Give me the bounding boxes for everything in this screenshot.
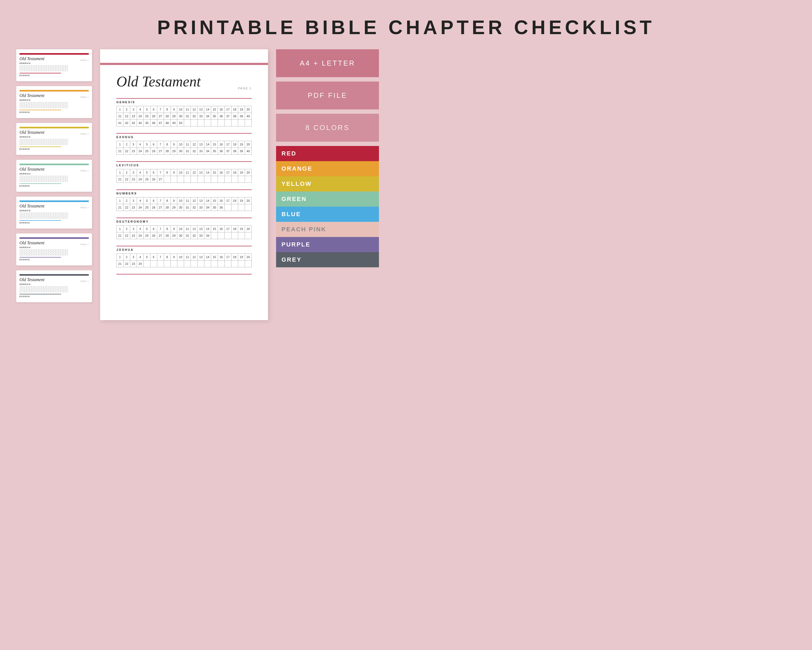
table-cell: 11 bbox=[184, 106, 191, 113]
right-sidebar: A4 + LETTER PDF FILE 8 COLORS REDORANGEY… bbox=[276, 49, 379, 267]
table-cell: 9 bbox=[171, 169, 177, 176]
table-row: 1234567891011121314151617181920 bbox=[117, 226, 252, 232]
table-cell: 2 bbox=[123, 226, 130, 232]
table-cell: 10 bbox=[177, 106, 184, 113]
table-cell: 6 bbox=[150, 226, 157, 232]
table-cell: 40 bbox=[245, 148, 252, 154]
color-swatch-label: PEACH PINK bbox=[281, 226, 327, 233]
table-cell: 25 bbox=[143, 232, 150, 239]
table-cell: 1 bbox=[117, 169, 124, 176]
table-cell: 27 bbox=[157, 176, 164, 183]
thumbnail-card-orange: Old TestamentPAGE 1GENESISEXODUS bbox=[16, 86, 92, 118]
book-section-exodus: EXODUS1234567891011121314151617181920212… bbox=[116, 133, 252, 154]
table-cell: 18 bbox=[231, 254, 238, 260]
table-cell: 30 bbox=[177, 204, 184, 211]
table-cell: 12 bbox=[191, 254, 198, 260]
table-cell: 3 bbox=[130, 226, 137, 232]
table-cell bbox=[218, 232, 224, 239]
table-cell: 31 bbox=[184, 113, 191, 120]
table-cell: 14 bbox=[205, 226, 211, 232]
book-accent-line bbox=[116, 161, 252, 162]
table-cell: 2 bbox=[123, 141, 130, 148]
thumb-grid bbox=[20, 65, 89, 71]
table-cell: 32 bbox=[191, 113, 198, 120]
table-cell: 20 bbox=[245, 141, 252, 148]
table-cell: 16 bbox=[218, 169, 224, 176]
table-cell bbox=[177, 260, 184, 267]
color-swatch-red: RED bbox=[276, 146, 379, 161]
table-cell: 30 bbox=[177, 148, 184, 154]
table-cell: 2 bbox=[123, 197, 130, 204]
thumb-page-label: PAGE 1 bbox=[80, 96, 89, 98]
table-cell: 19 bbox=[238, 254, 245, 260]
color-swatch-label: GREY bbox=[281, 256, 302, 263]
table-cell: 21 bbox=[117, 204, 124, 211]
thumb-exodus-label: EXODUS bbox=[20, 111, 89, 113]
table-cell bbox=[224, 176, 231, 183]
table-cell: 15 bbox=[211, 197, 218, 204]
table-cell: 13 bbox=[198, 254, 205, 260]
table-cell: 6 bbox=[150, 106, 157, 113]
table-cell bbox=[231, 176, 238, 183]
table-cell: 35 bbox=[211, 204, 218, 211]
table-cell: 22 bbox=[123, 113, 130, 120]
table-cell: 24 bbox=[137, 232, 143, 239]
table-cell: 5 bbox=[143, 106, 150, 113]
table-cell bbox=[224, 120, 231, 127]
table-cell bbox=[245, 260, 252, 267]
thumbnail-card-green: Old TestamentPAGE 1GENESISEXODUS bbox=[16, 160, 92, 192]
table-cell bbox=[245, 120, 252, 127]
header: PRINTABLE BIBLE CHAPTER CHECKLIST bbox=[0, 0, 812, 49]
table-cell: 9 bbox=[171, 141, 177, 148]
table-row: 21222324 bbox=[117, 260, 252, 267]
table-cell: 21 bbox=[117, 113, 124, 120]
thumb-title: Old Testament bbox=[20, 167, 44, 172]
table-cell: 8 bbox=[164, 141, 171, 148]
table-cell: 8 bbox=[164, 106, 171, 113]
table-cell: 16 bbox=[218, 254, 224, 260]
table-cell: 15 bbox=[211, 106, 218, 113]
table-cell: 12 bbox=[191, 141, 198, 148]
table-cell: 12 bbox=[191, 226, 198, 232]
table-row: 1234567891011121314151617181920 bbox=[117, 106, 252, 113]
table-cell: 10 bbox=[177, 226, 184, 232]
table-cell: 32 bbox=[191, 204, 198, 211]
table-cell: 29 bbox=[171, 113, 177, 120]
table-cell bbox=[198, 120, 205, 127]
table-cell: 4 bbox=[137, 226, 143, 232]
table-cell bbox=[184, 260, 191, 267]
table-cell: 18 bbox=[231, 169, 238, 176]
color-swatch-blue: BLUE bbox=[276, 206, 379, 222]
table-cell: 6 bbox=[150, 197, 157, 204]
table-cell: 9 bbox=[171, 254, 177, 260]
thumbnail-card-red: Old TestamentPAGE 1GENESISEXODUS bbox=[16, 49, 92, 81]
table-cell: 37 bbox=[224, 113, 231, 120]
chapter-table: 123456789101112131415161718192021222324 bbox=[116, 254, 252, 267]
table-cell: 3 bbox=[130, 254, 137, 260]
table-cell bbox=[177, 176, 184, 183]
table-cell: 26 bbox=[150, 232, 157, 239]
table-cell bbox=[245, 232, 252, 239]
table-cell: 18 bbox=[231, 141, 238, 148]
table-cell: 12 bbox=[191, 169, 198, 176]
table-cell: 15 bbox=[211, 141, 218, 148]
table-cell: 14 bbox=[205, 106, 211, 113]
table-cell: 34 bbox=[205, 232, 211, 239]
table-cell: 22 bbox=[123, 260, 130, 267]
table-cell: 19 bbox=[238, 226, 245, 232]
book-title: DEUTERONOMY bbox=[116, 220, 252, 223]
color-swatches: REDORANGEYELLOWGREENBLUEPEACH PINKPURPLE… bbox=[276, 146, 379, 267]
table-cell bbox=[238, 176, 245, 183]
thumb-exodus-label: EXODUS bbox=[20, 222, 89, 224]
table-cell: 8 bbox=[164, 254, 171, 260]
table-cell: 5 bbox=[143, 197, 150, 204]
table-cell bbox=[205, 260, 211, 267]
table-cell: 49 bbox=[171, 120, 177, 127]
table-row: 2122232425262728293031323334353637383940 bbox=[117, 148, 252, 154]
thumb-exodus-label: EXODUS bbox=[20, 258, 89, 260]
table-cell bbox=[143, 260, 150, 267]
table-cell: 31 bbox=[184, 232, 191, 239]
table-cell: 6 bbox=[150, 169, 157, 176]
table-cell: 2 bbox=[123, 254, 130, 260]
table-cell: 40 bbox=[245, 113, 252, 120]
